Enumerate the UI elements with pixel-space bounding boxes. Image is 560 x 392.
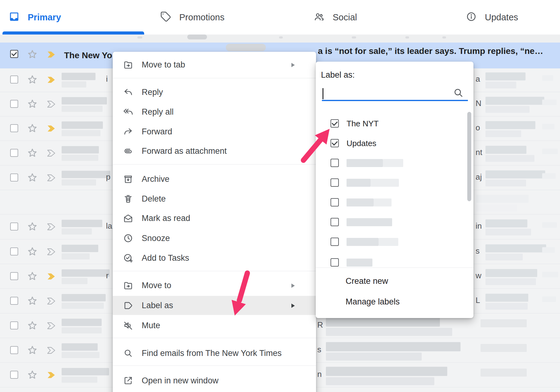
label-checkbox[interactable] [331,159,339,167]
importance-marker-icon[interactable] [47,50,55,60]
email-checkbox[interactable] [10,149,18,157]
menu-item-forward[interactable]: Forward [113,122,316,141]
menu-item-snooze[interactable]: Snooze [113,229,316,248]
importance-marker-icon[interactable] [47,149,55,159]
label-option-redacted[interactable] [316,234,473,250]
redacted-text-blur [476,205,517,211]
redacted-text-blur [352,36,356,39]
tab-primary[interactable]: Primary [9,0,61,35]
label-option-updates[interactable]: Updates [316,135,473,152]
importance-marker-icon[interactable] [47,272,55,282]
importance-marker-icon[interactable] [47,100,55,110]
menu-item-label: Move to [142,281,171,290]
email-checkbox[interactable] [10,100,18,108]
redacted-text-blur [379,238,398,246]
menu-item-label: Archive [142,174,169,184]
label-name: The NYT [347,119,379,129]
menu-item-mute[interactable]: Mute [113,316,316,335]
redacted-text-blur [542,149,558,154]
star-icon[interactable] [26,344,38,357]
menu-item-reply[interactable]: Reply [113,83,316,102]
label-option-redacted[interactable] [316,214,473,231]
email-checkbox[interactable] [10,346,18,354]
redacted-text-blur [371,179,399,187]
menu-divider [113,164,316,165]
importance-marker-icon[interactable] [47,223,55,232]
importance-marker-icon[interactable] [47,247,55,257]
email-checkbox[interactable] [10,272,18,280]
email-text-fragment: aj [476,172,482,182]
email-checkbox[interactable] [10,223,18,231]
reply-all-icon [123,107,133,117]
label-option-redacted[interactable] [316,194,473,211]
manage-labels-button[interactable]: Manage labels [346,297,400,307]
volume-off-icon [123,320,133,331]
importance-marker-icon[interactable] [47,124,55,134]
tab-social[interactable]: Social [314,0,357,35]
star-icon[interactable] [26,369,38,382]
importance-marker-icon[interactable] [47,321,55,331]
importance-marker-icon[interactable] [47,76,55,85]
menu-divider [113,338,316,338]
star-icon[interactable] [26,98,38,111]
email-text-fragment: o [476,123,480,133]
menu-item-label: Forward as attachment [142,146,227,156]
menu-item-find-emails-from-the-new-york-times[interactable]: Find emails from The New York Times [113,344,316,363]
menu-item-archive[interactable]: Archive [113,169,316,189]
email-checkbox[interactable] [10,76,18,84]
menu-item-forward-as-attachment[interactable]: Forward as attachment [113,141,316,161]
label-checkbox[interactable] [331,139,339,147]
star-icon[interactable] [26,172,38,185]
email-checkbox[interactable] [10,247,18,255]
email-checkbox[interactable] [10,371,18,379]
label-option-redacted[interactable] [316,174,473,191]
email-sender: The New Yo [64,49,112,62]
redacted-text-blur [481,369,527,377]
menu-item-label-as[interactable]: Label as [113,296,316,315]
label-option-redacted[interactable] [316,254,473,267]
star-icon[interactable] [26,246,38,259]
menu-item-add-to-tasks[interactable]: Add to Tasks [113,248,316,267]
star-icon[interactable] [26,147,38,160]
email-checkbox[interactable] [10,174,18,182]
tab-updates[interactable]: Updates [466,0,518,35]
label-checkbox[interactable] [331,119,339,128]
menu-item-delete[interactable]: Delete [113,189,316,208]
envelope-open-icon [123,213,133,223]
star-icon[interactable] [26,122,38,135]
star-icon[interactable] [26,295,38,308]
label-checkbox[interactable] [331,198,339,206]
menu-item-label: Snooze [142,234,170,243]
label-checkbox[interactable] [331,178,339,187]
menu-item-mark-as-read[interactable]: Mark as read [113,209,316,228]
menu-item-move-to-tab[interactable]: Move to tab [113,55,316,74]
tab-promotions[interactable]: Promotions [160,0,225,35]
redacted-text-blur [485,106,530,113]
label-checkbox[interactable] [331,218,339,226]
create-new-label-button[interactable]: Create new [346,276,388,286]
menu-item-move-to[interactable]: Move to [113,276,316,295]
importance-marker-icon[interactable] [47,297,55,307]
label-list-scrollbar[interactable] [467,112,471,201]
search-icon[interactable] [452,87,464,99]
label-checkbox[interactable] [331,258,339,267]
star-icon[interactable] [26,270,38,283]
importance-marker-icon[interactable] [47,346,55,356]
star-icon[interactable] [26,221,38,234]
label-option-redacted[interactable] [316,155,473,171]
email-checkbox[interactable] [10,297,18,305]
label-checkbox[interactable] [331,238,339,246]
email-checkbox[interactable] [10,321,18,329]
importance-marker-icon[interactable] [47,371,55,381]
star-icon[interactable] [26,320,38,333]
menu-item-reply-all[interactable]: Reply all [113,102,316,121]
star-icon[interactable] [26,74,38,87]
star-icon[interactable] [26,48,38,61]
label-option-the-nyt[interactable]: The NYT [316,115,473,132]
open-new-window-icon [123,375,133,386]
email-checkbox[interactable] [10,124,18,132]
email-checkbox[interactable] [10,50,18,58]
importance-marker-icon[interactable] [47,174,55,183]
menu-item-label: Move to tab [142,60,185,70]
menu-item-open-in-new-window[interactable]: Open in new window [113,371,316,390]
